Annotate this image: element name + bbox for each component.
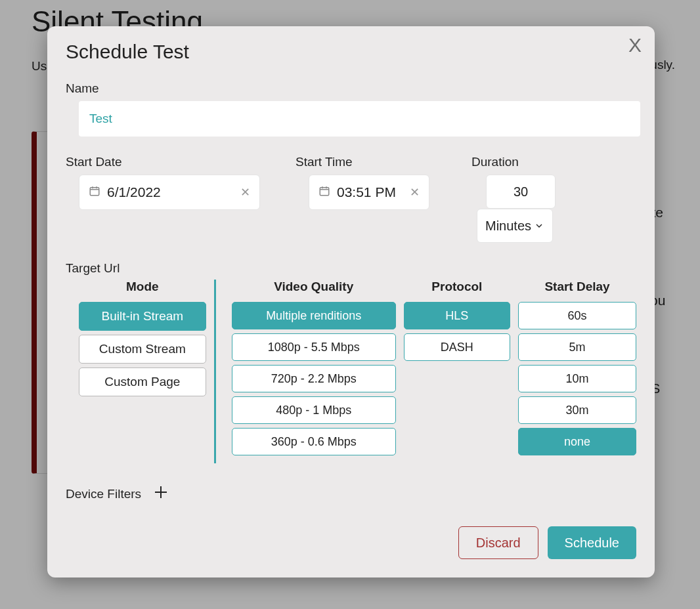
protocol-header: Protocol bbox=[404, 280, 510, 294]
duration-label: Duration bbox=[471, 155, 636, 169]
duration-unit-value: Minutes bbox=[485, 219, 531, 234]
start-delay-option[interactable]: 10m bbox=[518, 365, 636, 392]
start-time-value: 03:51 PM bbox=[337, 184, 396, 200]
device-filters-label: Device Filters bbox=[66, 487, 141, 501]
clear-date-icon[interactable]: ✕ bbox=[240, 185, 250, 200]
protocol-option[interactable]: HLS bbox=[404, 302, 510, 329]
mode-option[interactable]: Built-in Stream bbox=[79, 302, 206, 331]
mode-option[interactable]: Custom Page bbox=[79, 368, 206, 396]
device-filters-row: Device Filters bbox=[66, 484, 636, 503]
start-date-picker[interactable]: 6/1/2022 ✕ bbox=[79, 175, 260, 210]
target-url-grid: Mode Built-in StreamCustom StreamCustom … bbox=[66, 280, 636, 463]
duration-unit-select[interactable]: Minutes bbox=[477, 209, 553, 243]
video-quality-option[interactable]: 720p - 2.2 Mbps bbox=[232, 365, 396, 392]
start-delay-option[interactable]: 30m bbox=[518, 396, 636, 424]
video-quality-header: Video Quality bbox=[232, 280, 396, 294]
protocol-option[interactable]: DASH bbox=[404, 333, 510, 361]
start-delay-option[interactable]: 5m bbox=[518, 333, 636, 361]
column-mode: Mode Built-in StreamCustom StreamCustom … bbox=[66, 280, 206, 463]
modal-footer: Discard Schedule bbox=[458, 526, 636, 559]
chevron-down-icon bbox=[534, 220, 544, 231]
calendar-icon bbox=[318, 185, 330, 200]
schedule-test-modal: X Schedule Test Name Start Date 6/1/2022… bbox=[47, 26, 655, 578]
column-protocol: Protocol HLSDASH bbox=[396, 280, 510, 463]
mode-header: Mode bbox=[79, 280, 206, 294]
start-date-value: 6/1/2022 bbox=[107, 184, 161, 200]
start-delay-option[interactable]: none bbox=[518, 428, 636, 455]
start-time-picker[interactable]: 03:51 PM ✕ bbox=[309, 175, 429, 210]
column-start-delay: Start Delay 60s5m10m30mnone bbox=[510, 280, 636, 463]
close-button[interactable]: X bbox=[628, 35, 642, 55]
svg-rect-0 bbox=[90, 187, 99, 195]
name-label: Name bbox=[66, 81, 636, 96]
svg-rect-1 bbox=[320, 187, 329, 195]
duration-value-input[interactable]: 30 bbox=[486, 175, 556, 209]
video-quality-option[interactable]: Multiple renditions bbox=[232, 302, 396, 329]
calendar-icon bbox=[89, 185, 100, 200]
start-delay-option[interactable]: 60s bbox=[518, 302, 636, 329]
mode-option[interactable]: Custom Stream bbox=[79, 335, 206, 364]
modal-title: Schedule Test bbox=[66, 41, 636, 63]
start-time-label: Start Time bbox=[295, 155, 471, 169]
schedule-button[interactable]: Schedule bbox=[548, 526, 636, 559]
start-delay-header: Start Delay bbox=[518, 280, 636, 294]
video-quality-option[interactable]: 360p - 0.6 Mbps bbox=[232, 428, 396, 455]
video-quality-option[interactable]: 480p - 1 Mbps bbox=[232, 396, 396, 424]
name-input[interactable] bbox=[79, 101, 640, 136]
clear-time-icon[interactable]: ✕ bbox=[410, 185, 420, 200]
target-url-label: Target Url bbox=[66, 261, 636, 276]
add-filter-button[interactable] bbox=[153, 484, 169, 503]
discard-button[interactable]: Discard bbox=[458, 526, 538, 559]
start-date-label: Start Date bbox=[66, 155, 295, 169]
column-video-quality: Video Quality Multiple renditions1080p -… bbox=[214, 280, 396, 463]
video-quality-option[interactable]: 1080p - 5.5 Mbps bbox=[232, 333, 396, 361]
